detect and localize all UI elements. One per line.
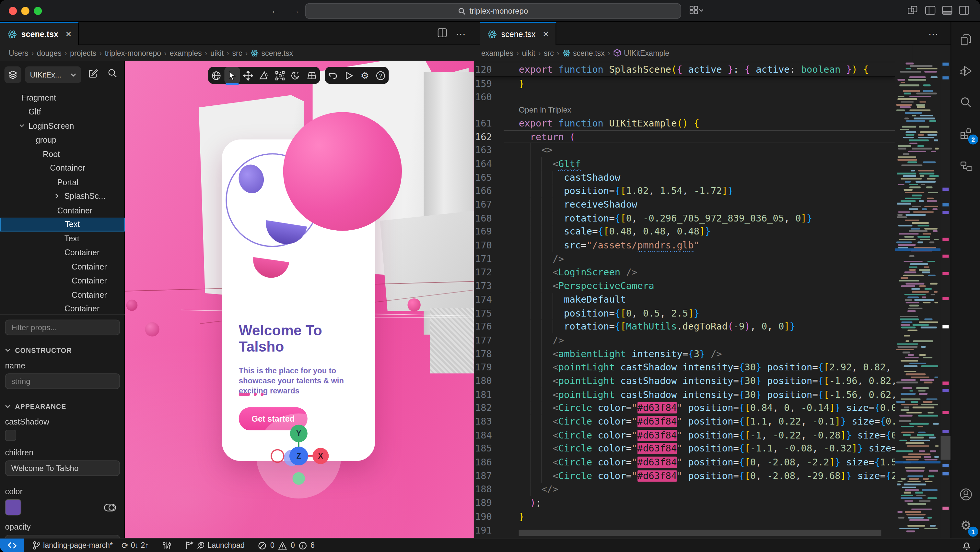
minimap[interactable] <box>895 61 941 538</box>
layout-tiles-icon[interactable] <box>907 5 918 16</box>
children-input[interactable] <box>5 460 120 476</box>
code-line[interactable]: 175 position={[0, 0.5, 2.5]} <box>475 306 895 320</box>
breadcrumb-item[interactable]: UIKitExample <box>613 48 669 57</box>
breadcrumb-item[interactable]: projects <box>70 48 96 57</box>
toggle-left-sidebar-icon[interactable] <box>925 5 935 16</box>
toggle-right-sidebar-icon[interactable] <box>959 5 969 16</box>
tree-item-container[interactable]: Container <box>0 203 125 217</box>
code-line[interactable]: 170 src="/assets/pmndrs.glb" <box>475 238 895 252</box>
code-line[interactable]: 190} <box>475 510 895 523</box>
globe-tool-icon[interactable] <box>208 67 224 84</box>
code-line[interactable]: 177 /> <box>475 333 895 347</box>
tree-item-gltf[interactable]: Gltf <box>0 105 125 119</box>
tree-item-root[interactable]: Root <box>0 147 125 161</box>
castshadow-checkbox[interactable] <box>5 430 16 441</box>
overview-ruler[interactable] <box>940 61 950 538</box>
minimize-window-button[interactable] <box>21 7 30 15</box>
constructor-section-header[interactable]: CONSTRUCTOR <box>0 340 125 355</box>
code-line[interactable]: 181 <pointLight castShadow intensity={30… <box>475 388 895 401</box>
grid-tool-icon[interactable] <box>304 67 320 84</box>
problems-item[interactable]: 0 0 6 <box>258 541 315 550</box>
carousel-dot[interactable] <box>254 393 257 396</box>
gizmo-x-neg-handle[interactable] <box>270 449 284 463</box>
code-line[interactable]: 162 return ( <box>475 130 895 144</box>
code-line[interactable]: 182 <Circle color="#d63f84" position={[0… <box>475 401 895 415</box>
code-line[interactable]: 189 ); <box>475 496 895 510</box>
code-line[interactable]: 159} <box>475 77 895 91</box>
code-line[interactable]: 120export function SplashScene({ active … <box>475 63 895 77</box>
move-tool-icon[interactable] <box>240 67 256 84</box>
color-toggle-icon[interactable] <box>104 503 116 512</box>
settings-gear-icon[interactable]: ⚙ <box>357 67 373 84</box>
code-line[interactable]: 163 <> <box>475 144 895 157</box>
tune-item[interactable] <box>162 541 171 550</box>
gizmo-y-neg-handle[interactable] <box>293 472 305 485</box>
code-line[interactable]: 178 <ambientLight intensity={3} /> <box>475 347 895 361</box>
tree-item-fragment[interactable]: Fragment <box>0 91 125 105</box>
chevron-right-icon[interactable] <box>55 193 59 199</box>
notifications-bell-icon[interactable] <box>962 541 971 550</box>
more-actions-icon[interactable]: ⋯ <box>456 28 466 40</box>
back-arrow-icon[interactable]: ← <box>270 5 280 16</box>
tree-item-container[interactable]: Container <box>0 246 125 260</box>
layers-icon[interactable] <box>4 66 21 83</box>
night-mode-tool-icon[interactable] <box>288 67 304 84</box>
help-icon[interactable]: ? <box>373 67 388 84</box>
remote-indicator[interactable] <box>0 538 24 552</box>
profiles-icon[interactable] <box>689 5 703 16</box>
code-line[interactable]: 184 <Circle color="#d63f84" position={[-… <box>475 428 895 442</box>
code-line[interactable]: 174 makeDefault <box>475 293 895 306</box>
breadcrumb-item[interactable]: scene.tsx <box>562 48 605 57</box>
code-line[interactable]: 160 <box>475 90 895 104</box>
breadcrumb-item[interactable]: triplex-monorepo <box>105 48 161 57</box>
tree-item-container[interactable]: Container <box>0 260 125 273</box>
breadcrumb-item[interactable]: examples <box>170 48 202 57</box>
breadcrumb-item[interactable]: uikit <box>522 48 535 57</box>
code-line[interactable]: 168 rotation={[0, -0.296_705_972_839_036… <box>475 211 895 225</box>
name-input[interactable] <box>5 373 120 389</box>
command-center-search[interactable]: triplex-monorepo <box>305 3 681 19</box>
split-editor-icon[interactable] <box>438 28 447 38</box>
code-line[interactable]: 186 <Circle color="#d63f84" position={[0… <box>475 455 895 469</box>
filter-props-input[interactable] <box>5 319 120 335</box>
zoom-window-button[interactable] <box>34 7 42 15</box>
search-scene-icon[interactable] <box>108 68 118 78</box>
undo-icon[interactable] <box>325 67 341 84</box>
horizontal-scrollbar[interactable] <box>519 530 881 536</box>
code-line[interactable]: 176 rotation={[MathUtils.degToRad(-9), 0… <box>475 320 895 333</box>
code-line[interactable]: 166 position={[1.02, 1.54, -1.72]} <box>475 184 895 198</box>
settings-gear-icon[interactable]: ⚙ 1 <box>951 513 980 538</box>
gizmo-y-handle[interactable]: Y <box>290 424 307 442</box>
code-line[interactable]: 169 scale={[0.48, 0.48, 0.48]} <box>475 225 895 238</box>
breadcrumb-item[interactable]: douges <box>37 48 62 57</box>
select-tool-icon[interactable] <box>224 67 240 84</box>
code-line[interactable]: 187 <Circle color="#d63f84" position={[0… <box>475 469 895 483</box>
measure-tool-icon[interactable] <box>256 67 272 84</box>
code-line[interactable]: 183 <Circle color="#d63f84" position={[1… <box>475 415 895 428</box>
marquee-select-tool-icon[interactable] <box>272 67 288 84</box>
gizmo-z-handle[interactable]: Z <box>290 447 308 466</box>
tree-item-container[interactable]: Container <box>0 161 125 175</box>
forward-arrow-icon[interactable]: → <box>291 5 300 16</box>
tree-item-text[interactable]: Text <box>0 231 125 246</box>
tree-item-group[interactable]: group <box>0 133 125 147</box>
code-line[interactable]: 188 </> <box>475 483 895 496</box>
explorer-icon[interactable] <box>951 27 980 52</box>
code-line[interactable]: 167 receiveShadow <box>475 198 895 211</box>
code-line[interactable]: 172 <LoginScreen /> <box>475 266 895 279</box>
tab-scene-tsx-left[interactable]: scene.tsx ✕ <box>0 22 79 45</box>
appearance-section-header[interactable]: APPEARANCE <box>0 394 125 412</box>
breadcrumb-item[interactable]: src <box>232 48 242 57</box>
launchpad-item[interactable]: Launchpad <box>185 541 245 550</box>
code-line[interactable]: 173 <PerspectiveCamera <box>475 279 895 293</box>
breadcrumb-item[interactable]: Users <box>9 48 28 57</box>
gizmo-x-handle[interactable]: X <box>312 448 329 464</box>
tree-item-loginscreen[interactable]: LoginScreen <box>0 119 125 132</box>
carousel-dot[interactable] <box>261 393 264 396</box>
accounts-icon[interactable] <box>951 482 980 507</box>
code-line[interactable]: 165 castShadow <box>475 171 895 184</box>
tree-item-text[interactable]: Text <box>0 217 125 231</box>
vertical-scrollbar-thumb[interactable] <box>940 436 950 459</box>
close-tab-icon[interactable]: ✕ <box>65 30 72 39</box>
carousel-dot-active[interactable] <box>239 393 250 396</box>
